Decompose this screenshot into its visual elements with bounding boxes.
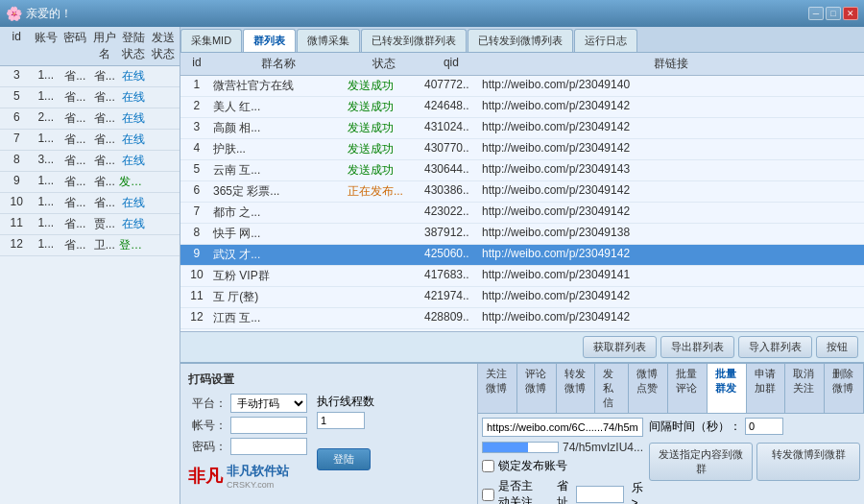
thread-label: 执行线程数 xyxy=(317,394,374,410)
top-tabs: 采集MID群列表微博采集已转发到微群列表已转发到微博列表运行日志 xyxy=(180,27,864,53)
auto-follow-label: 是否主动关注 xyxy=(498,478,543,504)
platform-label: 平台： xyxy=(188,396,227,412)
top-tab-微博采集[interactable]: 微博采集 xyxy=(297,29,360,52)
logo-text: 非凡软件站 xyxy=(227,463,289,480)
close-button[interactable]: ✕ xyxy=(843,7,858,20)
bottom-tab-关注微博[interactable]: 关注微博 xyxy=(478,364,517,413)
progress-area: 74/h5mvIzIU4... xyxy=(482,441,643,454)
group-table-row[interactable]: 3高颜 相...发送成功431024..http://weibo.com/p/2… xyxy=(180,118,864,139)
col-login: 登陆状态 xyxy=(119,30,149,62)
left-table-row[interactable]: 111...省...贾...在线 xyxy=(0,214,180,235)
platform-select[interactable]: 手动打码 自动打码 xyxy=(230,394,307,413)
delay-label: 间隔时间（秒）： xyxy=(649,419,741,435)
left-table-row[interactable]: 62...省...省...在线 xyxy=(0,108,180,130)
maximize-button[interactable]: □ xyxy=(826,7,841,20)
left-table-row[interactable]: 71...省...省...在线 xyxy=(0,130,180,151)
left-table-row[interactable]: 101...省...省...在线 xyxy=(0,193,180,214)
fix-publish-row: 锁定发布账号 xyxy=(482,458,643,474)
bottom-tab-评论微博[interactable]: 评论微博 xyxy=(517,364,557,413)
send-to-group-button[interactable]: 发送指定内容到微群 xyxy=(649,443,753,481)
group-table-row[interactable]: 10互粉 VIP群417683..http://weibo.com/p/2304… xyxy=(180,266,864,287)
group-table-row[interactable]: 8快手 网...387912..http://weibo.com/p/23049… xyxy=(180,224,864,245)
progress-text: 74/h5mvIzIU4... xyxy=(563,441,643,454)
gcol-status: 状态 xyxy=(346,56,422,72)
logo-sub: CRSKY.com xyxy=(227,480,289,490)
logo-area: 非凡 非凡软件站 CRSKY.com xyxy=(188,463,289,490)
left-table-row[interactable]: 121...省...卫...登陆成功 xyxy=(0,235,180,256)
group-table-row[interactable]: 11互 厅(整)421974..http://weibo.com/p/23049… xyxy=(180,287,864,308)
col-pwd: 密码 xyxy=(60,30,90,62)
forward-to-group-button[interactable]: 转发微博到微群 xyxy=(756,443,860,481)
left-table-row[interactable]: 51...省...省...在线 xyxy=(0,87,180,108)
top-tab-运行日志[interactable]: 运行日志 xyxy=(574,29,637,52)
account-label: 帐号： xyxy=(188,418,227,434)
main-area: id 账号 密码 用户名 登陆状态 发送状态 31...省...省...在线51… xyxy=(0,27,864,504)
import-list-button[interactable]: 导入群列表 xyxy=(738,336,812,358)
bottom-tab-微博点赞[interactable]: 微博点赞 xyxy=(629,364,668,413)
delay-input[interactable] xyxy=(745,418,783,435)
login-button[interactable]: 登陆 xyxy=(317,448,371,470)
gcol-id: id xyxy=(182,56,211,72)
group-table-body: 1微营社官方在线发送成功407772..http://weibo.com/p/2… xyxy=(180,76,864,331)
group-table-row[interactable]: 4护肤...发送成功430770..http://weibo.com/p/230… xyxy=(180,139,864,160)
top-tab-已转发到微群列表[interactable]: 已转发到微群列表 xyxy=(361,29,467,52)
group-buttons: 获取群列表 导出群列表 导入群列表 按钮 xyxy=(180,331,864,362)
bottom-content: 74/h5mvIzIU4... 锁定发布账号 是否主动关注 省址 乐> xyxy=(478,414,864,504)
account-input[interactable] xyxy=(230,417,307,434)
export-list-button[interactable]: 导出群列表 xyxy=(660,336,734,358)
send-button[interactable]: 按钮 xyxy=(816,336,858,358)
bottom-tab-发私信[interactable]: 发私信 xyxy=(595,364,629,413)
password-label: 密码： xyxy=(188,439,227,455)
bottom-right-panel: 关注微博评论微博转发微博发私信微博点赞批量评论批量群发申请加群取消关注删除微博 … xyxy=(478,364,864,504)
fetch-list-button[interactable]: 获取群列表 xyxy=(583,336,657,358)
left-table-row[interactable]: 83...省...省...在线 xyxy=(0,151,180,172)
group-table-row[interactable]: 7都市 之...423022..http://weibo.com/p/23049… xyxy=(180,203,864,224)
bottom-content-left: 74/h5mvIzIU4... 锁定发布账号 是否主动关注 省址 乐> xyxy=(482,418,643,504)
gcol-link: 群链接 xyxy=(480,56,862,72)
gcol-qid: qid xyxy=(422,56,480,72)
auto-follow-checkbox[interactable] xyxy=(482,489,494,501)
right-panel: 采集MID群列表微博采集已转发到微群列表已转发到微博列表运行日志 id 群名称 … xyxy=(180,27,864,504)
top-tab-已转发到微博列表[interactable]: 已转发到微博列表 xyxy=(468,29,573,52)
bottom-tab-批量群发[interactable]: 批量群发 xyxy=(708,364,747,413)
left-table-row[interactable]: 91...省...省...发送成功 xyxy=(0,172,180,193)
minimize-button[interactable]: ─ xyxy=(808,7,824,20)
url-input[interactable] xyxy=(482,418,643,437)
left-panel: id 账号 密码 用户名 登陆状态 发送状态 31...省...省...在线51… xyxy=(0,27,180,504)
progress-bar xyxy=(482,442,559,453)
group-table-row[interactable]: 2美人 红...发送成功424648..http://weibo.com/p/2… xyxy=(180,97,864,118)
col-id: id xyxy=(2,30,32,62)
col-user: 用户名 xyxy=(90,30,120,62)
bottom-section: 打码设置 平台： 手动打码 自动打码 帐号： xyxy=(180,362,864,504)
top-tab-群列表[interactable]: 群列表 xyxy=(243,29,296,52)
bottom-left-panel: 打码设置 平台： 手动打码 自动打码 帐号： xyxy=(180,364,478,504)
thread-input[interactable] xyxy=(317,412,365,429)
send-buttons: 发送指定内容到微群 转发微博到微群 xyxy=(649,443,860,481)
group-table-row[interactable]: 9武汉 才...425060..http://weibo.com/p/23049… xyxy=(180,245,864,266)
group-table-row[interactable]: 6365定 彩票...正在发布...430386..http://weibo.c… xyxy=(180,181,864,203)
left-table-body: 31...省...省...在线51...省...省...在线62...省...省… xyxy=(0,66,180,504)
title-bar-controls: ─ □ ✕ xyxy=(808,7,858,20)
password-input[interactable] xyxy=(230,438,307,455)
group-table-row[interactable]: 5云南 互...发送成功430644..http://weibo.com/p/2… xyxy=(180,160,864,181)
group-table-header: id 群名称 状态 qid 群链接 xyxy=(180,53,864,76)
app-title: 亲爱的！ xyxy=(26,6,72,22)
left-table-row[interactable]: 31...省...省...在线 xyxy=(0,66,180,87)
bottom-tab-取消关注[interactable]: 取消关注 xyxy=(785,364,825,413)
bottom-tab-删除微博[interactable]: 删除微博 xyxy=(825,364,864,413)
dama-title: 打码设置 xyxy=(188,372,469,388)
top-tab-采集MID[interactable]: 采集MID xyxy=(180,29,242,52)
bottom-tab-转发微博[interactable]: 转发微博 xyxy=(557,364,596,413)
bottom-tab-申请加群[interactable]: 申请加群 xyxy=(747,364,786,413)
gcol-name: 群名称 xyxy=(211,56,346,72)
bottom-tab-批量评论[interactable]: 批量评论 xyxy=(668,364,708,413)
group-table-row[interactable]: 12江西 互...428809..http://weibo.com/p/2304… xyxy=(180,308,864,329)
col-account: 账号 xyxy=(32,30,61,62)
province-input[interactable] xyxy=(576,486,624,503)
fix-publish-checkbox[interactable] xyxy=(482,460,494,472)
group-table-row[interactable]: 1微营社官方在线发送成功407772..http://weibo.com/p/2… xyxy=(180,76,864,97)
bottom-content-right: 间隔时间（秒）： 发送指定内容到微群 转发微博到微群 xyxy=(649,418,860,504)
province-label: 省址 xyxy=(557,478,572,504)
col-send: 发送状态 xyxy=(149,30,179,62)
progress-bar-inner xyxy=(483,443,528,452)
